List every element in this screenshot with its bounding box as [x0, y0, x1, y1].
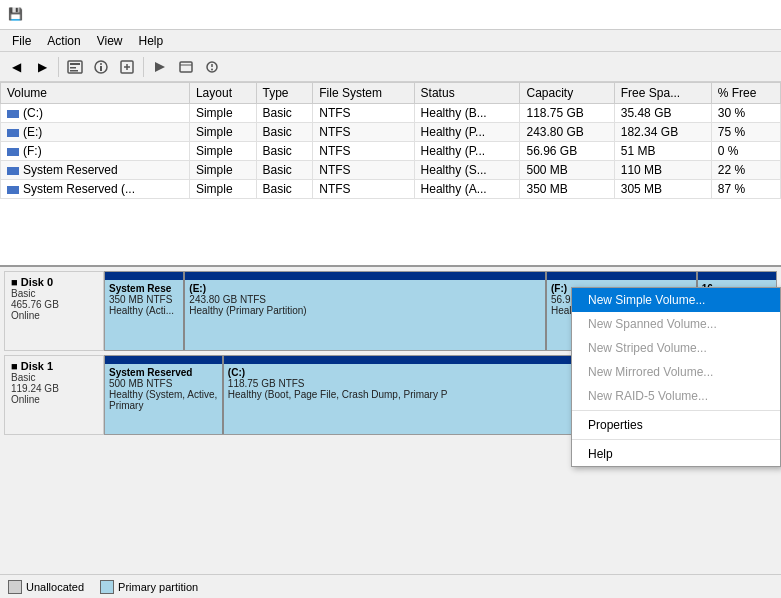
cell-free: 110 MB [614, 161, 711, 180]
menu-help[interactable]: Help [131, 32, 172, 50]
partition-1-0[interactable]: System Reserved 500 MB NTFS Healthy (Sys… [105, 356, 224, 434]
partition-detail1-1-0: 500 MB NTFS [109, 378, 218, 389]
toolbar-forward[interactable]: ▶ [30, 55, 54, 79]
col-status[interactable]: Status [414, 83, 520, 104]
volume-table-area[interactable]: Volume Layout Type File System Status Ca… [0, 82, 781, 267]
cell-status: Healthy (B... [414, 104, 520, 123]
col-capacity[interactable]: Capacity [520, 83, 614, 104]
cell-type: Basic [256, 104, 313, 123]
toolbar-btn1[interactable] [63, 55, 87, 79]
legend-label-unallocated: Unallocated [26, 581, 84, 593]
cell-status: Healthy (A... [414, 180, 520, 199]
cell-status: Healthy (P... [414, 123, 520, 142]
context-item-3: New Mirrored Volume... [572, 360, 780, 384]
toolbar-sep-1 [58, 57, 59, 77]
cell-free: 35.48 GB [614, 104, 711, 123]
cell-fs: NTFS [313, 142, 414, 161]
cell-volume: (E:) [1, 123, 190, 142]
toolbar-btn6[interactable] [200, 55, 224, 79]
cell-volume: System Reserved [1, 161, 190, 180]
cell-volume: System Reserved (... [1, 180, 190, 199]
disk-label-1: ■ Disk 1 Basic 119.24 GB Online [4, 355, 104, 435]
legend-box-unallocated [8, 580, 22, 594]
col-free[interactable]: Free Spa... [614, 83, 711, 104]
cell-free: 182.34 GB [614, 123, 711, 142]
cell-pct: 22 % [711, 161, 780, 180]
col-layout[interactable]: Layout [189, 83, 256, 104]
menu-file[interactable]: File [4, 32, 39, 50]
volume-table: Volume Layout Type File System Status Ca… [0, 82, 781, 199]
cell-layout: Simple [189, 142, 256, 161]
partition-detail2-0-1: Healthy (Primary Partition) [189, 305, 541, 316]
context-sep-5 [572, 410, 780, 411]
disk-name-0: ■ Disk 0 [11, 276, 97, 288]
cell-status: Healthy (P... [414, 142, 520, 161]
svg-rect-3 [70, 70, 78, 72]
svg-rect-6 [100, 66, 102, 71]
table-row[interactable]: System Reserved Simple Basic NTFS Health… [1, 161, 781, 180]
cell-capacity: 500 MB [520, 161, 614, 180]
context-item-6[interactable]: Properties [572, 413, 780, 437]
cell-volume: (F:) [1, 142, 190, 161]
disk-size-1: 119.24 GB [11, 383, 97, 394]
toolbar-btn3[interactable] [115, 55, 139, 79]
menu-action[interactable]: Action [39, 32, 88, 50]
svg-rect-1 [70, 63, 80, 65]
col-volume[interactable]: Volume [1, 83, 190, 104]
toolbar-btn5[interactable] [174, 55, 198, 79]
legend-unallocated: Unallocated [8, 580, 84, 594]
partition-detail1-0-0: 350 MB NTFS [109, 294, 179, 305]
context-item-0[interactable]: New Simple Volume... [572, 288, 780, 312]
partition-header-1-0 [105, 356, 222, 364]
legend: Unallocated Primary partition [0, 574, 781, 598]
cell-type: Basic [256, 180, 313, 199]
maximize-button[interactable] [681, 0, 727, 30]
partition-detail2-1-0: Healthy (System, Active, Primary [109, 389, 218, 411]
disk-size-0: 465.76 GB [11, 299, 97, 310]
table-row[interactable]: (C:) Simple Basic NTFS Healthy (B... 118… [1, 104, 781, 123]
cell-free: 305 MB [614, 180, 711, 199]
disk-type-0: Basic [11, 288, 97, 299]
title-bar: 💾 [0, 0, 781, 30]
context-item-1: New Spanned Volume... [572, 312, 780, 336]
menu-view[interactable]: View [89, 32, 131, 50]
toolbar-btn2[interactable] [89, 55, 113, 79]
toolbar: ◀ ▶ [0, 52, 781, 82]
col-pct[interactable]: % Free [711, 83, 780, 104]
main-content: Volume Layout Type File System Status Ca… [0, 82, 781, 598]
cell-fs: NTFS [313, 161, 414, 180]
close-button[interactable] [727, 0, 773, 30]
table-row[interactable]: System Reserved (... Simple Basic NTFS H… [1, 180, 781, 199]
partition-0-0[interactable]: System Rese 350 MB NTFS Healthy (Acti... [105, 272, 185, 350]
col-filesystem[interactable]: File System [313, 83, 414, 104]
toolbar-sep-2 [143, 57, 144, 77]
disk-label-0: ■ Disk 0 Basic 465.76 GB Online [4, 271, 104, 351]
cell-capacity: 243.80 GB [520, 123, 614, 142]
cell-layout: Simple [189, 161, 256, 180]
col-type[interactable]: Type [256, 83, 313, 104]
cell-pct: 75 % [711, 123, 780, 142]
partition-0-1[interactable]: (E:) 243.80 GB NTFS Healthy (Primary Par… [185, 272, 547, 350]
table-row[interactable]: (F:) Simple Basic NTFS Healthy (P... 56.… [1, 142, 781, 161]
context-item-8[interactable]: Help [572, 442, 780, 466]
table-header-row: Volume Layout Type File System Status Ca… [1, 83, 781, 104]
disk-name-1: ■ Disk 1 [11, 360, 97, 372]
table-row[interactable]: (E:) Simple Basic NTFS Healthy (P... 243… [1, 123, 781, 142]
partition-header-0-1 [185, 272, 545, 280]
partition-name-0-0: System Rese [109, 283, 179, 294]
svg-point-14 [211, 68, 213, 70]
cell-type: Basic [256, 123, 313, 142]
minimize-button[interactable] [635, 0, 681, 30]
app-icon: 💾 [8, 7, 24, 23]
partition-header-0-3 [698, 272, 776, 280]
toolbar-back[interactable]: ◀ [4, 55, 28, 79]
cell-status: Healthy (S... [414, 161, 520, 180]
toolbar-btn4[interactable] [148, 55, 172, 79]
cell-capacity: 56.96 GB [520, 142, 614, 161]
cell-layout: Simple [189, 123, 256, 142]
disk-type-1: Basic [11, 372, 97, 383]
context-menu[interactable]: New Simple Volume...New Spanned Volume..… [571, 287, 781, 467]
partition-detail1-0-1: 243.80 GB NTFS [189, 294, 541, 305]
legend-label-primary: Primary partition [118, 581, 198, 593]
cell-volume: (C:) [1, 104, 190, 123]
